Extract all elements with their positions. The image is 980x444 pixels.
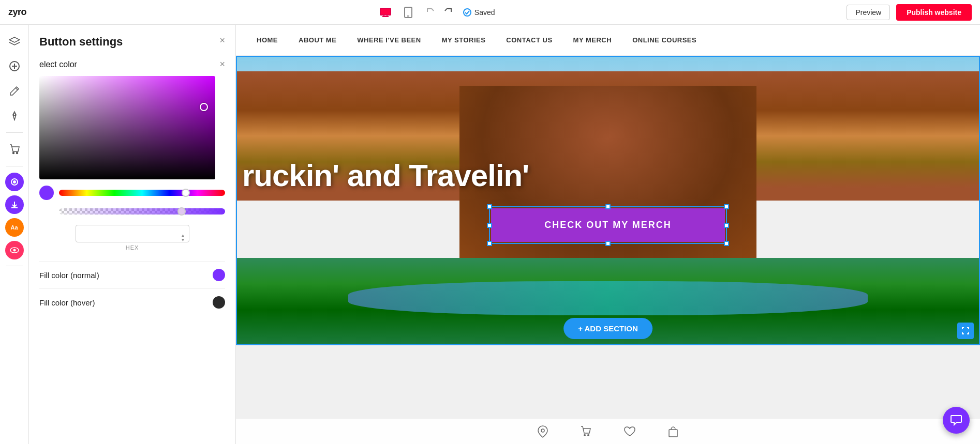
sidebar-fonts-icon[interactable]: Aa: [5, 218, 24, 237]
fill-color-normal-row: Fill color (normal): [39, 261, 225, 288]
svg-point-13: [16, 152, 18, 154]
svg-point-6: [464, 9, 471, 16]
nav-item-home[interactable]: HOME: [257, 36, 278, 44]
bottom-bar: [236, 418, 980, 444]
svg-point-12: [12, 152, 14, 154]
color-picker-close-button[interactable]: ×: [219, 59, 225, 70]
sidebar-divider-1: [6, 132, 23, 133]
panel-header: Button settings ×: [39, 35, 225, 49]
handle-tc[interactable]: [605, 204, 611, 209]
preview-button[interactable]: Preview: [847, 5, 890, 20]
bg-river: [348, 281, 868, 316]
mobile-icon[interactable]: [401, 5, 415, 20]
opacity-slider-row: [39, 204, 225, 219]
left-sidebar: Aa: [0, 25, 29, 444]
color-picker-header: elect color ×: [39, 59, 225, 70]
svg-point-20: [541, 429, 544, 432]
hero-section: ruckin' and Travelin' CHECK OUT MY MERCH…: [236, 56, 980, 345]
opacity-spacer: [39, 204, 54, 219]
fill-color-hover-label: Fill color (hover): [39, 298, 95, 307]
sidebar-edit-icon[interactable]: [4, 81, 25, 101]
bottom-location-icon[interactable]: [537, 425, 549, 438]
svg-line-10: [16, 88, 18, 90]
merch-button[interactable]: CHECK OUT MY MERCH: [491, 208, 725, 242]
hex-down-arrow[interactable]: ▼: [181, 238, 185, 242]
zyro-logo: zyro: [8, 7, 26, 18]
saved-label: Saved: [474, 8, 495, 17]
handle-bl[interactable]: [487, 241, 492, 246]
selection-box: CHECK OUT MY MERCH: [489, 206, 727, 244]
topbar-left: zyro: [8, 7, 26, 18]
undo-redo-group: [424, 5, 455, 20]
svg-point-22: [587, 434, 589, 436]
handle-tr[interactable]: [724, 204, 729, 209]
chat-button[interactable]: [943, 407, 970, 434]
hex-input-row: #8E0CC9 ▲ ▼ HEX: [39, 225, 225, 251]
handle-mr[interactable]: [724, 223, 729, 228]
panel-title: Button settings: [39, 35, 123, 49]
nav-item-about[interactable]: ABOUT ME: [299, 36, 336, 44]
fill-color-hover-dot[interactable]: [213, 296, 225, 309]
nav-item-merch[interactable]: MY MERCH: [573, 36, 612, 44]
hero-text: ruckin' and Travelin': [242, 158, 529, 193]
expand-button[interactable]: [957, 323, 974, 339]
hex-label: HEX: [76, 244, 189, 251]
sidebar-divider-2: [6, 166, 23, 166]
svg-point-19: [13, 249, 16, 252]
svg-point-15: [13, 180, 16, 183]
hex-input[interactable]: #8E0CC9: [76, 225, 189, 242]
bottom-bag-icon[interactable]: [667, 425, 679, 438]
nav-item-contact[interactable]: CONTACT US: [506, 36, 552, 44]
sidebar-pen-icon[interactable]: [4, 105, 25, 126]
desktop-icon[interactable]: [378, 5, 393, 20]
topbar-right: Preview Publish website: [847, 4, 972, 21]
sidebar-add-icon[interactable]: [4, 56, 25, 76]
svg-rect-23: [669, 430, 677, 437]
svg-point-11: [13, 114, 16, 116]
handle-bc[interactable]: [605, 241, 611, 246]
svg-point-21: [584, 434, 586, 436]
sidebar-layers-icon[interactable]: [4, 31, 25, 52]
fill-color-normal-label: Fill color (normal): [39, 271, 99, 280]
button-wrapper: CHECK OUT MY MERCH: [489, 206, 727, 244]
svg-rect-0: [380, 8, 391, 15]
topbar: zyro: [0, 0, 980, 25]
canvas-area: HOME ABOUT ME WHERE I'VE BEEN MY STORIES…: [236, 25, 980, 444]
color-picker-cursor[interactable]: [200, 103, 208, 111]
panel-close-button[interactable]: ×: [219, 35, 225, 46]
select-color-label: elect color: [39, 60, 77, 69]
color-preview-dot: [39, 186, 54, 200]
hex-arrows[interactable]: ▲ ▼: [181, 234, 185, 242]
button-settings-panel: Button settings × elect color ×: [29, 25, 236, 444]
sidebar-divider-3: [6, 266, 23, 266]
nav-item-courses[interactable]: ONLINE COURSES: [632, 36, 696, 44]
publish-button[interactable]: Publish website: [896, 4, 972, 21]
bottom-heart-icon[interactable]: [623, 425, 636, 438]
undo-button[interactable]: [424, 5, 438, 20]
handle-ml[interactable]: [487, 223, 492, 228]
hero-background: [237, 57, 979, 344]
sidebar-cart-icon[interactable]: [4, 139, 25, 160]
topbar-center: Saved: [378, 5, 495, 20]
sidebar-eye-icon[interactable]: [5, 241, 24, 259]
add-section-button[interactable]: + ADD SECTION: [563, 318, 652, 339]
site-nav: HOME ABOUT ME WHERE I'VE BEEN MY STORIES…: [236, 25, 980, 56]
handle-br[interactable]: [724, 241, 729, 246]
sidebar-circle-purple-icon[interactable]: [5, 173, 24, 191]
saved-badge: Saved: [463, 8, 495, 17]
fill-color-hover-row: Fill color (hover): [39, 288, 225, 316]
nav-item-stories[interactable]: MY STORIES: [442, 36, 486, 44]
sidebar-download-icon[interactable]: [5, 195, 24, 214]
handle-tl[interactable]: [487, 204, 492, 209]
hue-slider-row: [39, 186, 225, 200]
fill-color-normal-dot[interactable]: [213, 269, 225, 281]
color-picker-section: elect color × #8E0CC9 ▲: [39, 59, 225, 251]
nav-item-been[interactable]: WHERE I'VE BEEN: [357, 36, 421, 44]
color-gradient-canvas[interactable]: [39, 76, 215, 179]
bottom-cart-icon[interactable]: [580, 425, 592, 438]
gradient-dark-layer: [39, 76, 215, 179]
redo-button[interactable]: [440, 5, 455, 20]
hue-slider[interactable]: [59, 190, 225, 196]
opacity-slider[interactable]: [59, 208, 225, 215]
hex-up-arrow[interactable]: ▲: [181, 234, 185, 238]
